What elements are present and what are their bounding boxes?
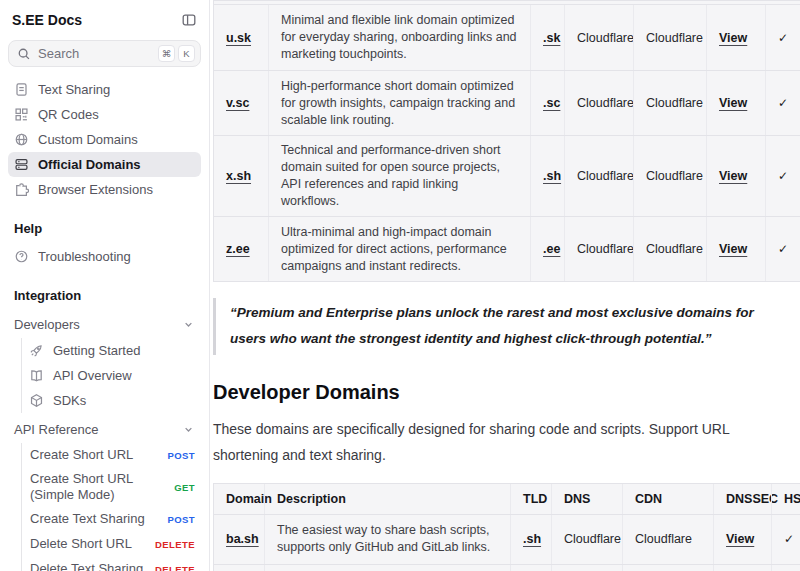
sidebar-item-create-text-sharing[interactable]: Create Text Sharing POST [22, 507, 201, 532]
sidebar-item-label: Create Text Sharing [30, 511, 160, 527]
domain-link[interactable]: v.sc [226, 96, 249, 110]
sidebar-item-label: Text Sharing [38, 82, 110, 97]
panel-toggle-icon [181, 12, 197, 28]
question-circle-icon [14, 249, 29, 264]
method-badge: GET [174, 482, 195, 493]
hsts-cell: ✓ [771, 515, 800, 564]
view-link[interactable]: View [719, 96, 747, 110]
app-window: S.EE Docs Search ⌘ K Text Sharing QR Cod… [0, 0, 800, 571]
cdn-cell: Cloudflare [622, 565, 713, 571]
domain-link[interactable]: ba.sh [226, 532, 259, 546]
sidebar-item-api-overview[interactable]: API Overview [23, 363, 201, 388]
description-cell: Technical and performance-driven short d… [268, 136, 530, 216]
puzzle-icon [14, 182, 29, 197]
view-link[interactable]: View [719, 31, 747, 45]
cdn-cell: Cloudflare [633, 136, 706, 216]
main-content: u.sk Minimal and flexible link domain op… [210, 0, 800, 571]
group-toggle-developers[interactable]: Developers [8, 311, 201, 337]
cdn-cell: Cloudflare [633, 5, 706, 70]
domain-cell: z.ee [214, 217, 268, 281]
book-icon [29, 368, 44, 383]
hsts-cell: ✓ [765, 5, 800, 70]
tld-cell: .sh [510, 515, 551, 564]
section-intro: These domains are specifically designed … [213, 416, 795, 469]
tld-cell: .sh [510, 565, 551, 571]
tld-cell: .sc [530, 71, 564, 135]
dnssec-cell: View [706, 5, 765, 70]
sidebar-header: S.EE Docs [8, 8, 201, 40]
sidebar-item-delete-text-sharing[interactable]: Delete Text Sharing DELETE [22, 557, 201, 571]
tld-link[interactable]: .sk [543, 31, 560, 45]
sidebar-item-label: Create Short URL [30, 447, 160, 463]
table-row: u.sk Minimal and flexible link domain op… [214, 5, 800, 70]
tld-link[interactable]: .sh [543, 169, 561, 183]
dnssec-cell: View [706, 136, 765, 216]
description-cell: Minimal and flexible link domain optimiz… [268, 5, 530, 70]
header-cdn: CDN [622, 484, 713, 514]
sidebar-item-label: API Overview [53, 368, 132, 383]
sidebar-item-label: Delete Text Sharing [30, 561, 147, 571]
dns-cell: Cloudflare [551, 515, 622, 564]
sidebar-item-label: Create Short URL (Simple Mode) [30, 471, 166, 504]
search-icon [17, 47, 31, 61]
document-icon [14, 82, 29, 97]
sidebar-item-text-sharing[interactable]: Text Sharing [8, 77, 201, 102]
chevron-down-icon [182, 423, 195, 436]
sidebar-item-sdks[interactable]: SDKs [23, 388, 201, 413]
sidebar-item-troubleshooting[interactable]: Troubleshooting [8, 244, 201, 269]
method-badge: POST [168, 450, 195, 461]
sidebar-item-delete-short-url[interactable]: Delete Short URL DELETE [22, 532, 201, 557]
sidebar-item-label: Delete Short URL [30, 536, 147, 552]
view-link[interactable]: View [719, 169, 747, 183]
official-domains-table: u.sk Minimal and flexible link domain op… [213, 0, 800, 282]
domain-link[interactable]: z.ee [226, 242, 250, 256]
sidebar-item-qr-codes[interactable]: QR Codes [8, 102, 201, 127]
header-dns: DNS [551, 484, 622, 514]
qr-code-icon [14, 107, 29, 122]
header-domain: Domain [214, 484, 264, 514]
dns-cell: Cloudflare [564, 5, 633, 70]
key-letter: K [178, 45, 195, 62]
sidebar-toggle-button[interactable] [179, 10, 199, 30]
table-header-row: Domain Description TLD DNS CDN DNSSEC HS… [214, 484, 800, 514]
sidebar-item-getting-started[interactable]: Getting Started [23, 338, 201, 363]
hsts-cell: ✓ [771, 565, 800, 571]
domain-link[interactable]: x.sh [226, 169, 251, 183]
developers-children: Getting Started API Overview SDKs [21, 338, 201, 413]
sidebar-item-official-domains[interactable]: Official Domains [8, 152, 201, 177]
sidebar-item-browser-extensions[interactable]: Browser Extensions [8, 177, 201, 202]
domain-cell: z.sh [214, 565, 264, 571]
tld-link[interactable]: .sh [523, 532, 541, 546]
hsts-cell: ✓ [765, 136, 800, 216]
table-row: z.sh Share your shell scripts instantly,… [214, 564, 800, 571]
sidebar-item-create-short-url[interactable]: Create Short URL POST [22, 443, 201, 468]
view-link[interactable]: View [719, 242, 747, 256]
page-section-heading: Developer Domains [213, 381, 800, 404]
view-link[interactable]: View [726, 532, 754, 546]
domain-cell: ba.sh [214, 515, 264, 564]
header-tld: TLD [510, 484, 551, 514]
method-badge: DELETE [155, 564, 195, 571]
hsts-cell: ✓ [765, 217, 800, 281]
rocket-icon [29, 343, 44, 358]
dnssec-cell: View [713, 515, 771, 564]
table-row: ba.sh The easiest way to share bash scri… [214, 514, 800, 564]
developer-domains-table: Domain Description TLD DNS CDN DNSSEC HS… [213, 483, 800, 571]
header-dnssec: DNSSEC [713, 484, 771, 514]
header-description: Description [264, 484, 510, 514]
domain-link[interactable]: u.sk [226, 31, 251, 45]
table-row: v.sc High-performance short domain optim… [214, 70, 800, 135]
method-badge: DELETE [155, 539, 195, 550]
sidebar-item-custom-domains[interactable]: Custom Domains [8, 127, 201, 152]
domain-cell: u.sk [214, 5, 268, 70]
tld-link[interactable]: .sc [543, 96, 560, 110]
sidebar-item-label: Browser Extensions [38, 182, 153, 197]
group-toggle-api-reference[interactable]: API Reference [8, 416, 201, 442]
tld-link[interactable]: .ee [543, 242, 560, 256]
sidebar: S.EE Docs Search ⌘ K Text Sharing QR Cod… [0, 0, 210, 571]
cdn-cell: Cloudflare [622, 515, 713, 564]
domain-cell: v.sc [214, 71, 268, 135]
search-input[interactable]: Search ⌘ K [8, 40, 201, 67]
sidebar-item-create-short-url-simple[interactable]: Create Short URL (Simple Mode) GET [22, 468, 201, 507]
sidebar-nav: Text Sharing QR Codes Custom Domains Off… [8, 77, 201, 202]
